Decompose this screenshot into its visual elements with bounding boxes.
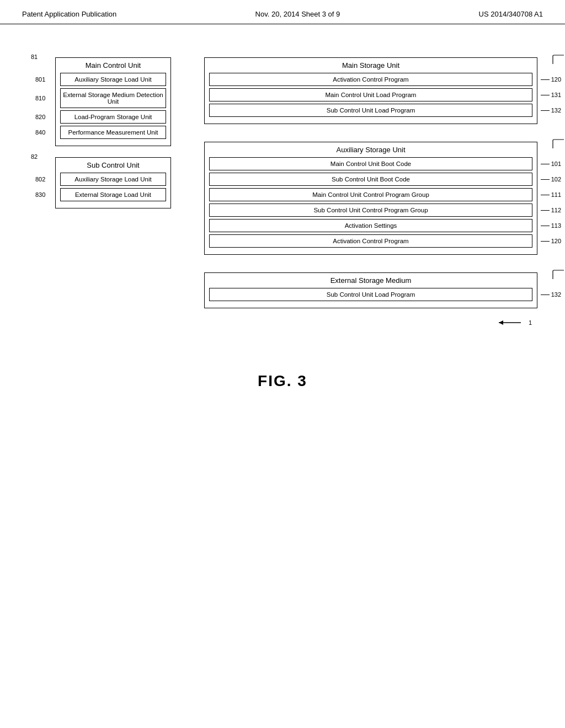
- ref-93-bracket: 93: [552, 269, 565, 281]
- ext-storage-medium-title: External Storage Medium: [209, 276, 532, 285]
- ext-storage-medium-box: External Storage Medium Sub Control Unit…: [204, 272, 537, 308]
- performance-measurement-box: Performance Measurement Unit: [60, 126, 166, 139]
- left-column: 81 Main Control Unit 801 Auxiliary Stora…: [28, 57, 171, 220]
- performance-measurement-wrapper: 840 Performance Measurement Unit: [60, 126, 166, 139]
- activation-ctrl-prog-aux-wrapper: Activation Control Program 120: [209, 234, 532, 248]
- sub-aux-storage-wrapper: 802 Auxiliary Storage Load Unit: [60, 173, 166, 186]
- main-ctrl-prog-group-wrapper: Main Control Unit Control Program Group …: [209, 188, 532, 201]
- arrow-ref-wrapper: 1: [204, 317, 537, 328]
- ref-line-120-main: [541, 79, 550, 80]
- main-control-unit-title: Main Control Unit: [60, 61, 166, 69]
- ext-storage-detection-box: External Storage Medium Detection Unit: [60, 88, 166, 108]
- main-storage-wrapper: 91 Main Storage Unit Activation Control …: [204, 57, 537, 133]
- ref-830: 830: [35, 191, 45, 198]
- ref-line-132-ext: [541, 295, 550, 295]
- aux-storage-load-unit-box: Auxiliary Storage Load Unit: [60, 73, 166, 86]
- ref-81: 81: [31, 53, 38, 60]
- ref-line-132-main: [541, 110, 550, 111]
- ref-132-main: 132: [541, 107, 561, 114]
- activation-settings-box: Activation Settings: [209, 219, 532, 232]
- diagram-columns: 81 Main Control Unit 801 Auxiliary Stora…: [28, 57, 537, 328]
- ext-storage-medium-detection-wrapper: 810 External Storage Medium Detection Un…: [60, 88, 166, 108]
- activation-settings-wrapper: Activation Settings 113: [209, 219, 532, 232]
- svg-marker-1: [499, 320, 503, 325]
- aux-storage-wrapper: 92 Auxiliary Storage Unit Main Control U…: [204, 142, 537, 264]
- ref-801: 801: [35, 76, 45, 83]
- bracket-svg-92: [552, 138, 565, 151]
- activation-ctrl-prog-main-box: Activation Control Program: [209, 73, 532, 86]
- sub-ctrl-prog-group-wrapper: Sub Control Unit Control Program Group 1…: [209, 204, 532, 217]
- ref-101: 101: [541, 160, 561, 167]
- sub-ctrl-load-prog-main-wrapper: Sub Control Unit Load Program 132: [209, 104, 532, 117]
- ref-1: 1: [529, 319, 532, 326]
- aux-storage-title: Auxiliary Storage Unit: [209, 146, 532, 154]
- main-ctrl-boot-code-box: Main Control Unit Boot Code: [209, 157, 532, 170]
- ref-131: 131: [541, 92, 561, 98]
- arrow-svg: [493, 317, 526, 328]
- ref-line-112: [541, 210, 550, 211]
- aux-storage-box: Auxiliary Storage Unit Main Control Unit…: [204, 142, 537, 255]
- sub-aux-storage-box: Auxiliary Storage Load Unit: [60, 173, 166, 186]
- ref-132-ext: 132: [541, 291, 561, 298]
- load-program-storage-wrapper: 820 Load-Program Storage Unit: [60, 110, 166, 124]
- header-right: US 2014/340708 A1: [479, 10, 543, 18]
- sub-control-unit-title: Sub Control Unit: [60, 161, 166, 169]
- ref-82: 82: [31, 153, 38, 160]
- ref-840: 840: [35, 129, 45, 136]
- sub-ctrl-prog-group-box: Sub Control Unit Control Program Group: [209, 204, 532, 217]
- fig-label: FIG. 3: [0, 372, 565, 390]
- sub-ctrl-load-prog-ext-box: Sub Control Unit Load Program: [209, 288, 532, 301]
- activation-ctrl-prog-aux-box: Activation Control Program: [209, 234, 532, 248]
- ref-120-aux: 120: [541, 238, 561, 244]
- main-ctrl-load-prog-wrapper: Main Control Unit Load Program 131: [209, 88, 532, 101]
- ref-line-102: [541, 179, 550, 180]
- ref-line-101: [541, 164, 550, 164]
- ref-113: 113: [541, 222, 561, 229]
- ext-storage-medium-wrapper: 93 External Storage Medium Sub Control U…: [204, 272, 537, 328]
- main-storage-box: Main Storage Unit Activation Control Pro…: [204, 57, 537, 124]
- ref-91-bracket: 91: [552, 54, 565, 66]
- sub-ctrl-load-prog-main-box: Sub Control Unit Load Program: [209, 104, 532, 117]
- ref-820: 820: [35, 114, 45, 120]
- sub-ctrl-boot-code-box: Sub Control Unit Boot Code: [209, 173, 532, 186]
- activation-ctrl-prog-main-wrapper: Activation Control Program 120: [209, 73, 532, 86]
- ref-line-131: [541, 95, 550, 95]
- bracket-svg-91: [552, 54, 565, 66]
- ref-111: 111: [541, 191, 561, 198]
- ref-line-113: [541, 226, 550, 226]
- ref-line-120-aux: [541, 241, 550, 242]
- aux-storage-load-unit-wrapper: 801 Auxiliary Storage Load Unit: [60, 73, 166, 86]
- main-storage-title: Main Storage Unit: [209, 61, 532, 69]
- main-ctrl-prog-group-box: Main Control Unit Control Program Group: [209, 188, 532, 201]
- ref-802: 802: [35, 176, 45, 183]
- ref-92-bracket: 92: [552, 138, 565, 151]
- diagram-area: 81 Main Control Unit 801 Auxiliary Stora…: [0, 24, 565, 350]
- main-control-unit-box: 81 Main Control Unit 801 Auxiliary Stora…: [55, 57, 171, 146]
- main-ctrl-boot-code-wrapper: Main Control Unit Boot Code 101: [209, 157, 532, 170]
- load-program-storage-box: Load-Program Storage Unit: [60, 110, 166, 124]
- header-center: Nov. 20, 2014 Sheet 3 of 9: [255, 10, 340, 18]
- bracket-svg-93: [552, 269, 565, 281]
- header-left: Patent Application Publication: [22, 10, 116, 18]
- ref-102: 102: [541, 176, 561, 183]
- sub-ctrl-load-prog-ext-wrapper: Sub Control Unit Load Program 132: [209, 288, 532, 301]
- page-header: Patent Application Publication Nov. 20, …: [0, 0, 565, 24]
- ref-112: 112: [541, 207, 561, 213]
- sub-control-unit-box: 82 Sub Control Unit 802 Auxiliary Storag…: [55, 157, 171, 208]
- ext-storage-load-wrapper: 830 External Storage Load Unit: [60, 188, 166, 201]
- ref-810: 810: [35, 95, 45, 101]
- ext-storage-load-box: External Storage Load Unit: [60, 188, 166, 201]
- sub-ctrl-boot-code-wrapper: Sub Control Unit Boot Code 102: [209, 173, 532, 186]
- ref-120-main: 120: [541, 76, 561, 83]
- main-ctrl-load-prog-box: Main Control Unit Load Program: [209, 88, 532, 101]
- right-column: 91 Main Storage Unit Activation Control …: [204, 57, 537, 328]
- ref-line-111: [541, 195, 550, 195]
